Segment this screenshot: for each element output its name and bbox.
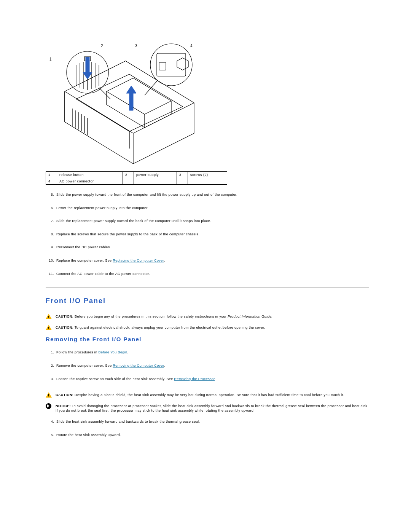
step-7: 7.Slide the replacement power supply tow… bbox=[46, 219, 369, 224]
step-10: 10.Replace the computer cover. See Repla… bbox=[46, 258, 369, 263]
caution-icon bbox=[46, 314, 53, 321]
heading-front-io-panel: Front I/O Panel bbox=[46, 297, 369, 305]
psu-diagram-svg bbox=[49, 34, 209, 164]
caution-icon bbox=[46, 392, 53, 399]
link-replacing-cover[interactable]: Replacing the Computer Cover bbox=[113, 259, 164, 262]
notice-icon bbox=[46, 403, 53, 410]
step-8: 8.Replace the screws that secure the pow… bbox=[46, 232, 369, 237]
step-b1: 1.Follow the procedures in Before You Be… bbox=[46, 350, 369, 355]
legend-2-num: 2 bbox=[123, 172, 134, 178]
step-c5: 5.Rotate the heat sink assembly upward. bbox=[46, 433, 369, 438]
caution-shock: CAUTION: To guard against electrical sho… bbox=[46, 325, 369, 330]
step-b2: 2.Remove the computer cover. See Removin… bbox=[46, 363, 369, 368]
link-removing-processor[interactable]: Removing the Processor bbox=[174, 377, 215, 381]
steps-remove-io: 1.Follow the procedures in Before You Be… bbox=[46, 350, 369, 381]
svg-rect-4 bbox=[159, 62, 166, 70]
steps-power-supply: 5.Slide the power supply toward the fron… bbox=[46, 192, 369, 276]
heading-removing-front-io: Removing the Front I/O Panel bbox=[46, 336, 369, 342]
step-5: 5.Slide the power supply toward the fron… bbox=[46, 192, 369, 197]
step-9: 9.Reconnect the DC power cables. bbox=[46, 245, 369, 250]
callout-4: 4 bbox=[190, 44, 193, 48]
legend-table: 1 release button 2 power supply 3 screws… bbox=[46, 171, 227, 185]
step-c4: 4.Slide the heat sink assembly forward a… bbox=[46, 419, 369, 424]
caution-safety: CAUTION: Before you begin any of the pro… bbox=[46, 314, 369, 319]
link-removing-cover[interactable]: Removing the Computer Cover bbox=[113, 364, 164, 367]
step-b3: 3.Loosen the captive screw on each side … bbox=[46, 377, 369, 382]
legend-3-val: screws (2) bbox=[188, 172, 227, 178]
psu-diagram: 1 2 3 4 bbox=[49, 34, 209, 164]
section-divider bbox=[46, 288, 369, 288]
link-before-you-begin[interactable]: Before You Begin bbox=[99, 350, 127, 354]
callout-1: 1 bbox=[49, 57, 52, 61]
legend-1-num: 1 bbox=[46, 172, 57, 178]
step-6: 6.Lower the replacement power supply int… bbox=[46, 206, 369, 211]
notice-thermal-seal: NOTICE: To avoid damaging the processor … bbox=[46, 404, 369, 413]
steps-heatsink: 4.Slide the heat sink assembly forward a… bbox=[46, 419, 369, 437]
legend-4-val: AC power connector bbox=[57, 178, 123, 185]
legend-4-num: 4 bbox=[46, 178, 57, 185]
svg-rect-3 bbox=[157, 53, 186, 76]
caution-icon bbox=[46, 325, 53, 332]
step-11: 11.Connect the AC power cable to the AC … bbox=[46, 272, 369, 276]
legend-1-val: release button bbox=[57, 172, 123, 178]
caution-heatsink-hot: CAUTION: Despite having a plastic shield… bbox=[46, 393, 369, 398]
legend-2-val: power supply bbox=[134, 172, 177, 178]
callout-2: 2 bbox=[101, 44, 103, 48]
legend-3-num: 3 bbox=[177, 172, 188, 178]
callout-3: 3 bbox=[135, 44, 137, 48]
